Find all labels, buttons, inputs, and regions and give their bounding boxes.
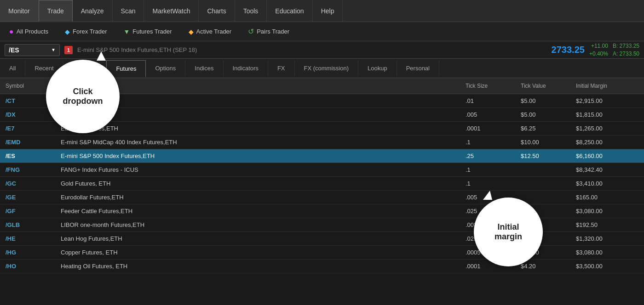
cell-symbol: /CT bbox=[0, 94, 55, 107]
cell-tick-value bbox=[515, 204, 570, 218]
subnav-futures-trader[interactable]: ▼ Futures Trader bbox=[116, 25, 179, 38]
table-header: Symbol Description Tick Size Tick Value … bbox=[0, 78, 644, 94]
cell-margin: $1,815.00 bbox=[570, 108, 644, 121]
subnav-pairs-label: Pairs Trader bbox=[257, 28, 289, 35]
instrument-name: E-mini S&P 500 Index Futures,ETH (SEP 18… bbox=[77, 46, 547, 53]
cell-desc: Dollar Index Futures bbox=[55, 108, 460, 121]
forex-icon: ◆ bbox=[65, 28, 70, 35]
tab-recent[interactable]: Recent bbox=[25, 60, 63, 76]
cell-margin: $192.50 bbox=[570, 218, 644, 232]
tab-options[interactable]: Options bbox=[146, 60, 185, 76]
nav-monitor[interactable]: Monitor bbox=[0, 0, 39, 22]
table-row[interactable]: /GF Feeder Cattle Futures,ETH .025 $3,08… bbox=[0, 204, 644, 218]
chevron-down-icon: ▼ bbox=[51, 47, 56, 52]
table-row[interactable]: /ES E-mini S&P 500 Index Futures,ETH .25… bbox=[0, 149, 644, 163]
symbol-dropdown[interactable]: /ES ▼ bbox=[5, 44, 60, 56]
cell-symbol: /DX bbox=[0, 108, 55, 121]
cell-margin: $8,342.40 bbox=[570, 163, 644, 176]
table-row[interactable]: /GLB LIBOR one-month Futures,ETH .0025 $… bbox=[0, 218, 644, 232]
nav-scan[interactable]: Scan bbox=[113, 0, 144, 22]
table-body: /CT Cotton Futures .01 $5.00 $2,915.00 /… bbox=[0, 94, 644, 305]
cell-margin: $2,915.00 bbox=[570, 94, 644, 107]
col-initial-margin: Initial Margin bbox=[570, 81, 644, 91]
cell-desc: E-mini S&P 500 Index Futures,ETH bbox=[55, 149, 460, 163]
tab-indices[interactable]: Indices bbox=[185, 60, 223, 76]
tab-fx-commission[interactable]: FX (commission) bbox=[295, 60, 359, 76]
cell-tick-value: $12.50 bbox=[515, 246, 570, 259]
subnav-all-products[interactable]: ● All Products bbox=[2, 25, 56, 39]
col-symbol: Symbol bbox=[0, 81, 55, 91]
cell-symbol: /HG bbox=[0, 246, 55, 259]
table-row[interactable]: /CT Cotton Futures .01 $5.00 $2,915.00 bbox=[0, 94, 644, 108]
nav-charts[interactable]: Charts bbox=[199, 0, 235, 22]
cell-tick-size: .0025 bbox=[460, 218, 515, 232]
cell-margin: $3,500.00 bbox=[570, 260, 644, 273]
cell-symbol: /EMD bbox=[0, 136, 55, 149]
tab-lookup[interactable]: Lookup bbox=[358, 60, 397, 76]
table-row[interactable]: /GC Gold Futures, ETH .1 $3,410.00 bbox=[0, 177, 644, 191]
cell-tick-value: $10.00 bbox=[515, 136, 570, 149]
cell-tick-value: $6.25 bbox=[515, 122, 570, 135]
cell-desc: Copper Futures, ETH bbox=[55, 246, 460, 259]
all-products-icon: ● bbox=[9, 28, 14, 36]
nav-trade[interactable]: Trade bbox=[39, 0, 73, 22]
col-tick-size: Tick Size bbox=[460, 81, 515, 91]
cell-margin: $3,410.00 bbox=[570, 177, 644, 190]
table-row[interactable]: /HE Lean Hog Futures,ETH .025 $10.00 $1,… bbox=[0, 232, 644, 246]
cell-tick-value bbox=[515, 218, 570, 232]
nav-tools[interactable]: Tools bbox=[235, 0, 267, 22]
cell-desc: E-mini S&P MidCap 400 Index Futures,ETH bbox=[55, 136, 460, 149]
cell-symbol: /GC bbox=[0, 177, 55, 190]
cell-tick-size: .0001 bbox=[460, 260, 515, 273]
cell-symbol: /GF bbox=[0, 204, 55, 218]
table-row[interactable]: /GE Eurodollar Futures,ETH .005 $165.00 bbox=[0, 191, 644, 204]
ask-label: A: bbox=[613, 51, 618, 57]
price-change: +11.00 +0.40% bbox=[589, 42, 608, 58]
bid-value: 2733.25 bbox=[620, 43, 639, 49]
tab-all[interactable]: All bbox=[0, 60, 25, 76]
alert-badge[interactable]: 1 bbox=[64, 46, 73, 54]
cell-margin: $6,160.00 bbox=[570, 149, 644, 163]
cell-desc: LIBOR one-month Futures,ETH bbox=[55, 218, 460, 232]
cell-margin: $3,080.00 bbox=[570, 204, 644, 218]
filter-tabs: All Recent Positions Futures Options Ind… bbox=[0, 59, 644, 78]
tab-indicators[interactable]: Indicators bbox=[224, 60, 268, 76]
sub-nav: ● All Products ◆ Forex Trader ▼ Futures … bbox=[0, 22, 644, 41]
tab-fx[interactable]: FX bbox=[268, 60, 295, 76]
nav-marketwatch[interactable]: MarketWatch bbox=[144, 0, 199, 22]
tab-positions[interactable]: Positions bbox=[63, 60, 107, 76]
nav-education[interactable]: Education bbox=[267, 0, 312, 22]
table-row[interactable]: /DX Dollar Index Futures .005 $5.00 $1,8… bbox=[0, 108, 644, 122]
cell-desc: Heating Oil Futures, ETH bbox=[55, 260, 460, 273]
tab-personal[interactable]: Personal bbox=[397, 60, 439, 76]
cell-tick-value: $4.20 bbox=[515, 260, 570, 273]
cell-tick-value: $5.00 bbox=[515, 94, 570, 107]
nav-help[interactable]: Help bbox=[313, 0, 343, 22]
cell-margin: $1,320.00 bbox=[570, 232, 644, 245]
change-amount: +11.00 bbox=[591, 43, 608, 49]
subnav-forex-trader[interactable]: ◆ Forex Trader bbox=[58, 25, 114, 38]
table-row[interactable]: /FNG FANG+ Index Futures - ICUS .1 $8,34… bbox=[0, 163, 644, 177]
cell-tick-value: $5.00 bbox=[515, 108, 570, 121]
cell-symbol: /GLB bbox=[0, 218, 55, 232]
cell-symbol: /HO bbox=[0, 260, 55, 273]
cell-symbol: /ES bbox=[0, 149, 55, 163]
cell-tick-size: .025 bbox=[460, 232, 515, 245]
tab-futures[interactable]: Futures bbox=[106, 60, 146, 77]
cell-tick-size: .1 bbox=[460, 177, 515, 190]
cell-symbol: /GE bbox=[0, 191, 55, 204]
subnav-futures-label: Futures Trader bbox=[132, 28, 172, 35]
nav-analyze[interactable]: Analyze bbox=[73, 0, 113, 22]
search-bar: /ES ▼ 1 E-mini S&P 500 Index Futures,ETH… bbox=[0, 41, 644, 59]
subnav-pairs-trader[interactable]: ↺ Pairs Trader bbox=[241, 24, 297, 39]
cell-desc: Cotton Futures bbox=[55, 94, 460, 107]
table-row[interactable]: /HG Copper Futures, ETH .0005 $12.50 $3,… bbox=[0, 246, 644, 260]
cell-margin: $8,250.00 bbox=[570, 136, 644, 149]
table-row[interactable]: /HO Heating Oil Futures, ETH .0001 $4.20… bbox=[0, 260, 644, 273]
table-row[interactable]: /EMD E-mini S&P MidCap 400 Index Futures… bbox=[0, 136, 644, 149]
cell-margin: $3,080.00 bbox=[570, 246, 644, 259]
table-row[interactable]: /E7 Euro FX Futures,ETH .0001 $6.25 $1,2… bbox=[0, 122, 644, 136]
cell-tick-size: .005 bbox=[460, 108, 515, 121]
subnav-active-trader[interactable]: ◆ Active Trader bbox=[181, 25, 239, 38]
ask-value: 2733.50 bbox=[620, 51, 639, 57]
